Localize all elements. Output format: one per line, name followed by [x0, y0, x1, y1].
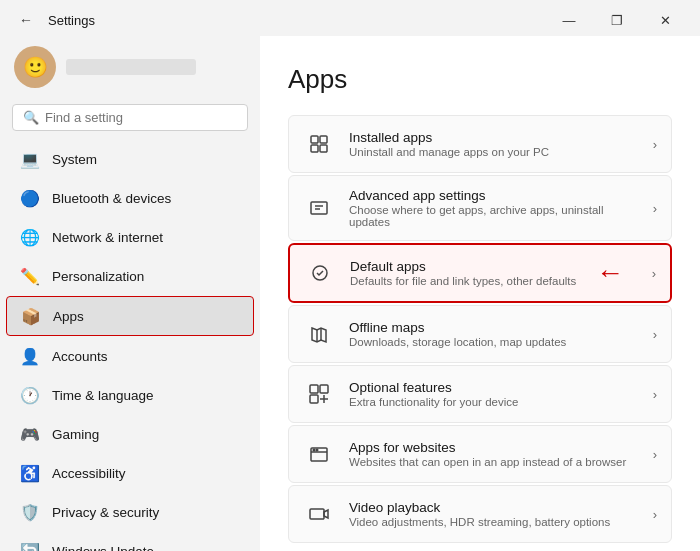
- item-title: Video playback: [349, 500, 639, 515]
- accounts-icon: 👤: [20, 346, 40, 366]
- chevron-icon: ›: [653, 201, 657, 216]
- settings-item-installed-apps[interactable]: Installed apps Uninstall and manage apps…: [288, 115, 672, 173]
- svg-rect-10: [310, 385, 318, 393]
- settings-list: Installed apps Uninstall and manage apps…: [288, 115, 672, 543]
- title-bar-title: Settings: [48, 13, 95, 28]
- settings-item-optional-features[interactable]: Optional features Extra functionality fo…: [288, 365, 672, 423]
- sidebar-item-network[interactable]: 🌐 Network & internet: [6, 218, 254, 256]
- search-box[interactable]: 🔍: [12, 104, 248, 131]
- sidebar-item-time[interactable]: 🕐 Time & language: [6, 376, 254, 414]
- settings-item-advanced-app-settings[interactable]: Advanced app settings Choose where to ge…: [288, 175, 672, 241]
- sidebar-item-label: Apps: [53, 309, 84, 324]
- title-bar-controls: — ❐ ✕: [546, 6, 688, 34]
- chevron-icon: ›: [653, 507, 657, 522]
- svg-point-18: [316, 449, 318, 451]
- sidebar-item-label: Accessibility: [52, 466, 126, 481]
- item-desc: Defaults for file and link types, other …: [350, 275, 638, 287]
- sidebar: 🙂 🔍 💻 System 🔵 Bluetooth & devices 🌐 Net…: [0, 36, 260, 551]
- svg-rect-11: [320, 385, 328, 393]
- close-button[interactable]: ✕: [642, 6, 688, 34]
- apps-for-websites-icon: [303, 438, 335, 470]
- sidebar-item-label: Personalization: [52, 269, 144, 284]
- main-content: Apps Installed apps Uninstall and manage…: [260, 36, 700, 551]
- svg-point-17: [313, 449, 315, 451]
- sidebar-item-privacy[interactable]: 🛡️ Privacy & security: [6, 493, 254, 531]
- chevron-icon: ›: [653, 387, 657, 402]
- svg-rect-12: [310, 395, 318, 403]
- sidebar-item-apps[interactable]: 📦 Apps: [6, 296, 254, 336]
- system-icon: 💻: [20, 149, 40, 169]
- item-desc: Video adjustments, HDR streaming, batter…: [349, 516, 639, 528]
- sidebar-item-bluetooth[interactable]: 🔵 Bluetooth & devices: [6, 179, 254, 217]
- sidebar-item-accessibility[interactable]: ♿ Accessibility: [6, 454, 254, 492]
- settings-item-offline-maps[interactable]: Offline maps Downloads, storage location…: [288, 305, 672, 363]
- back-button[interactable]: ←: [12, 6, 40, 34]
- offline-maps-icon: [303, 318, 335, 350]
- search-icon: 🔍: [23, 110, 39, 125]
- installed-apps-icon: [303, 128, 335, 160]
- page-title: Apps: [288, 64, 672, 95]
- apps-icon: 📦: [21, 306, 41, 326]
- privacy-icon: 🛡️: [20, 502, 40, 522]
- item-title: Default apps: [350, 259, 638, 274]
- avatar: 🙂: [14, 46, 56, 88]
- sidebar-item-update[interactable]: 🔄 Windows Update: [6, 532, 254, 551]
- settings-item-apps-for-websites[interactable]: Apps for websites Websites that can open…: [288, 425, 672, 483]
- svg-rect-4: [311, 202, 327, 214]
- user-profile: 🙂: [0, 36, 260, 98]
- svg-rect-1: [320, 136, 327, 143]
- item-desc: Choose where to get apps, archive apps, …: [349, 204, 639, 228]
- personalization-icon: ✏️: [20, 266, 40, 286]
- settings-item-video-playback[interactable]: Video playback Video adjustments, HDR st…: [288, 485, 672, 543]
- advanced-app-settings-icon: [303, 192, 335, 224]
- chevron-icon: ›: [652, 266, 656, 281]
- chevron-icon: ›: [653, 447, 657, 462]
- sidebar-item-gaming[interactable]: 🎮 Gaming: [6, 415, 254, 453]
- settings-item-default-apps[interactable]: Default apps Defaults for file and link …: [288, 243, 672, 303]
- svg-rect-0: [311, 136, 318, 143]
- svg-rect-2: [311, 145, 318, 152]
- chevron-icon: ›: [653, 327, 657, 342]
- network-icon: 🌐: [20, 227, 40, 247]
- sidebar-item-label: Gaming: [52, 427, 99, 442]
- sidebar-item-label: Network & internet: [52, 230, 163, 245]
- bluetooth-icon: 🔵: [20, 188, 40, 208]
- item-title: Offline maps: [349, 320, 639, 335]
- title-bar-left: ← Settings: [12, 6, 95, 34]
- item-desc: Extra functionality for your device: [349, 396, 639, 408]
- search-input[interactable]: [45, 110, 237, 125]
- svg-rect-19: [310, 509, 324, 519]
- sidebar-item-label: Privacy & security: [52, 505, 159, 520]
- item-title: Installed apps: [349, 130, 639, 145]
- sidebar-item-label: Time & language: [52, 388, 154, 403]
- svg-rect-3: [320, 145, 327, 152]
- minimize-button[interactable]: —: [546, 6, 592, 34]
- sidebar-item-label: Windows Update: [52, 544, 154, 552]
- optional-features-icon: [303, 378, 335, 410]
- sidebar-item-label: Accounts: [52, 349, 108, 364]
- accessibility-icon: ♿: [20, 463, 40, 483]
- time-icon: 🕐: [20, 385, 40, 405]
- maximize-button[interactable]: ❐: [594, 6, 640, 34]
- sidebar-item-accounts[interactable]: 👤 Accounts: [6, 337, 254, 375]
- app-body: 🙂 🔍 💻 System 🔵 Bluetooth & devices 🌐 Net…: [0, 36, 700, 551]
- video-playback-icon: [303, 498, 335, 530]
- update-icon: 🔄: [20, 541, 40, 551]
- item-title: Optional features: [349, 380, 639, 395]
- default-apps-icon: [304, 257, 336, 289]
- chevron-icon: ›: [653, 137, 657, 152]
- sidebar-item-personalization[interactable]: ✏️ Personalization: [6, 257, 254, 295]
- sidebar-item-label: Bluetooth & devices: [52, 191, 171, 206]
- sidebar-item-label: System: [52, 152, 97, 167]
- item-desc: Downloads, storage location, map updates: [349, 336, 639, 348]
- sidebar-item-system[interactable]: 💻 System: [6, 140, 254, 178]
- user-name-bar: [66, 59, 196, 75]
- nav-list: 💻 System 🔵 Bluetooth & devices 🌐 Network…: [0, 139, 260, 551]
- gaming-icon: 🎮: [20, 424, 40, 444]
- title-bar: ← Settings — ❐ ✕: [0, 0, 700, 36]
- item-title: Advanced app settings: [349, 188, 639, 203]
- item-desc: Uninstall and manage apps on your PC: [349, 146, 639, 158]
- item-desc: Websites that can open in an app instead…: [349, 456, 639, 468]
- item-title: Apps for websites: [349, 440, 639, 455]
